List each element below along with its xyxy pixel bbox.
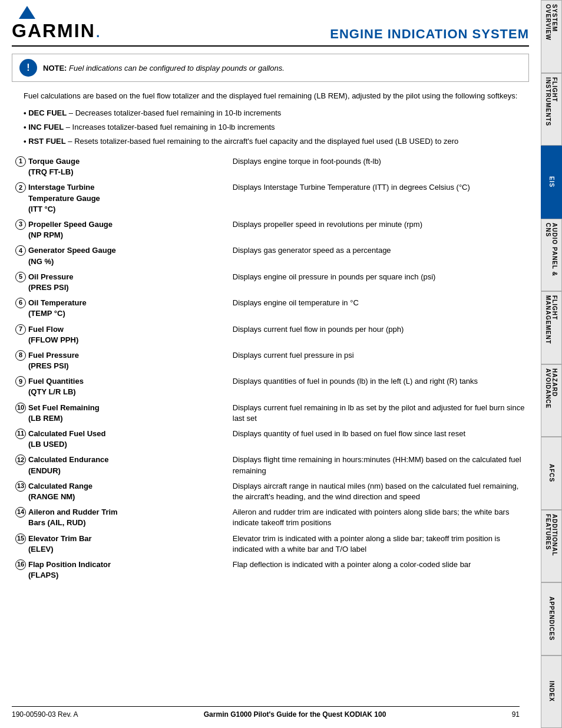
item-label-lines: Elevator Trim Bar(ELEV)	[28, 533, 92, 555]
sidebar-tab[interactable]: FLIGHT INSTRUMENTS	[541, 73, 562, 146]
note-box: ! NOTE: Fuel indications can be configur…	[12, 54, 529, 82]
item-description: Displays quantities of fuel in pounds (l…	[229, 374, 529, 400]
item-label-lines: Fuel Quantities(QTY L/R LB)	[28, 376, 84, 397]
item-label-lines: Calculated Range(RANGE NM)	[28, 481, 92, 502]
table-row: 12Calculated Endurance(ENDUR)Displays fl…	[12, 452, 529, 478]
table-row: 7Fuel Flow(FFLOW PPH)Displays current fu…	[12, 322, 529, 348]
bullet-item: RST FUEL – Resets totalizer-based fuel r…	[24, 136, 529, 147]
item-label-cell: 10Set Fuel Remaining(LB REM)	[12, 400, 229, 426]
table-row: 2Interstage TurbineTemperature Gauge(ITT…	[12, 180, 529, 217]
item-label-lines: Fuel Flow(FFLOW PPH)	[28, 324, 78, 345]
garmin-triangle-icon	[19, 6, 35, 19]
item-description: Displays current fuel pressure in psi	[229, 348, 529, 374]
item-label-cell: 4Generator Speed Gauge(NG %)	[12, 243, 229, 269]
sidebar-tab[interactable]: ADDITIONAL FEATURES	[541, 510, 562, 583]
table-row: 9Fuel Quantities(QTY L/R LB)Displays qua…	[12, 374, 529, 400]
item-description: Displays gas generator speed as a percen…	[229, 243, 529, 269]
note-label: NOTE:	[43, 64, 67, 73]
table-row: 15Elevator Trim Bar(ELEV)Elevator trim i…	[12, 531, 529, 557]
garmin-logo: GARMIN.	[12, 6, 101, 42]
item-number: 2	[15, 182, 26, 193]
table-row: 1Torque Gauge(TRQ FT-LB)Displays engine …	[12, 154, 529, 180]
item-description: Displays aircraft range in nautical mile…	[229, 479, 529, 505]
item-number: 8	[15, 350, 26, 361]
item-number: 10	[15, 403, 26, 413]
item-label-cell: 16Flap Position Indicator(FLAPS)	[12, 557, 229, 583]
body-paragraph: Fuel calculations are based on the fuel …	[12, 90, 529, 102]
item-number: 15	[15, 533, 26, 544]
item-label-lines: Set Fuel Remaining(LB REM)	[28, 403, 100, 424]
item-description: Displays engine torque in foot-pounds (f…	[229, 154, 529, 180]
item-description: Displays Interstage Turbine Temperature …	[229, 180, 529, 217]
item-number: 1	[15, 156, 26, 167]
item-label-lines: Aileron and Rudder TrimBars (AIL, RUD)	[28, 507, 118, 528]
item-number: 14	[15, 507, 26, 518]
footer-left: 190-00590-03 Rev. A	[12, 710, 78, 719]
sidebar-tab[interactable]: EIS	[541, 146, 562, 219]
item-description: Displays flight time remaining in hours:…	[229, 452, 529, 478]
item-number: 13	[15, 481, 26, 492]
note-icon: !	[19, 59, 37, 77]
item-description: Displays engine oil pressure in pounds p…	[229, 269, 529, 295]
item-number: 9	[15, 376, 26, 387]
item-number: 3	[15, 219, 26, 230]
item-number: 11	[15, 429, 26, 439]
page-footer: 190-00590-03 Rev. A Garmin G1000 Pilot's…	[12, 706, 520, 719]
item-number: 12	[15, 454, 26, 465]
table-row: 3Propeller Speed Gauge(NP RPM)Displays p…	[12, 217, 529, 243]
item-description: Displays propeller speed in revolutions …	[229, 217, 529, 243]
item-label-lines: Interstage TurbineTemperature Gauge(ITT …	[28, 182, 100, 215]
item-label-cell: 12Calculated Endurance(ENDUR)	[12, 452, 229, 478]
garmin-wordmark: GARMIN	[12, 21, 95, 40]
item-number: 16	[15, 559, 26, 570]
footer-center: Garmin G1000 Pilot's Guide for the Quest…	[204, 710, 386, 719]
item-description: Displays quantity of fuel used in lb bas…	[229, 426, 529, 452]
item-label-lines: Torque Gauge(TRQ FT-LB)	[28, 156, 80, 177]
table-row: 13Calculated Range(RANGE NM)Displays air…	[12, 479, 529, 505]
item-number: 7	[15, 324, 26, 335]
note-body: Fuel indications can be configured to di…	[69, 64, 285, 73]
table-row: 6Oil Temperature(TEMP °C)Displays engine…	[12, 295, 529, 321]
sidebar-tab[interactable]: HAZARD AVOIDANCE	[541, 364, 562, 437]
item-label-cell: 9Fuel Quantities(QTY L/R LB)	[12, 374, 229, 400]
item-label-cell: 8Fuel Pressure(PRES PSI)	[12, 348, 229, 374]
item-label-lines: Calculated Fuel Used(LB USED)	[28, 429, 105, 450]
item-number: 4	[15, 245, 26, 256]
item-label-lines: Generator Speed Gauge(NG %)	[28, 245, 116, 266]
item-label-cell: 11Calculated Fuel Used(LB USED)	[12, 426, 229, 452]
page-title: ENGINE INDICATION SYSTEM	[330, 27, 529, 42]
item-description: Displays engine oil temperature in °C	[229, 295, 529, 321]
sidebar-tab[interactable]: AUDIO PANEL & CNS	[541, 219, 562, 292]
table-row: 4Generator Speed Gauge(NG %)Displays gas…	[12, 243, 529, 269]
item-description: Flap deflection is indicated with a poin…	[229, 557, 529, 583]
item-number: 6	[15, 298, 26, 308]
item-label-lines: Oil Temperature(TEMP °C)	[28, 298, 87, 319]
item-description: Aileron and rudder trim are indicated wi…	[229, 505, 529, 531]
table-row: 14Aileron and Rudder TrimBars (AIL, RUD)…	[12, 505, 529, 531]
bullet-item: DEC FUEL – Decreases totalizer-based fue…	[24, 108, 529, 118]
item-label-lines: Flap Position Indicator(FLAPS)	[28, 559, 111, 581]
item-label-lines: Calculated Endurance(ENDUR)	[28, 454, 109, 476]
item-label-cell: 3Propeller Speed Gauge(NP RPM)	[12, 217, 229, 243]
sidebar-tab[interactable]: FLIGHT MANAGEMENT	[541, 291, 562, 364]
table-row: 5Oil Pressure(PRES PSI)Displays engine o…	[12, 269, 529, 295]
sidebar-tab[interactable]: AFCS	[541, 437, 562, 510]
item-description: Displays current fuel remaining in lb as…	[229, 400, 529, 426]
item-label-cell: 13Calculated Range(RANGE NM)	[12, 479, 229, 505]
sidebar-tab[interactable]: SYSTEM OVERVIEW	[541, 0, 562, 73]
bullet-list: DEC FUEL – Decreases totalizer-based fue…	[24, 108, 529, 147]
page-header: GARMIN. ENGINE INDICATION SYSTEM	[12, 6, 529, 47]
items-table: 1Torque Gauge(TRQ FT-LB)Displays engine …	[12, 154, 529, 583]
item-label-cell: 7Fuel Flow(FFLOW PPH)	[12, 322, 229, 348]
table-row: 8Fuel Pressure(PRES PSI)Displays current…	[12, 348, 529, 374]
table-row: 11Calculated Fuel Used(LB USED)Displays …	[12, 426, 529, 452]
item-label-cell: 1Torque Gauge(TRQ FT-LB)	[12, 154, 229, 180]
sidebar-tab[interactable]: APPENDICES	[541, 582, 562, 655]
item-label-lines: Propeller Speed Gauge(NP RPM)	[28, 219, 113, 241]
item-label-lines: Fuel Pressure(PRES PSI)	[28, 350, 79, 371]
sidebar-tab[interactable]: INDEX	[541, 655, 562, 729]
item-label-cell: 15Elevator Trim Bar(ELEV)	[12, 531, 229, 557]
item-label-lines: Oil Pressure(PRES PSI)	[28, 272, 74, 293]
item-label-cell: 6Oil Temperature(TEMP °C)	[12, 295, 229, 321]
footer-right: 91	[512, 710, 520, 719]
